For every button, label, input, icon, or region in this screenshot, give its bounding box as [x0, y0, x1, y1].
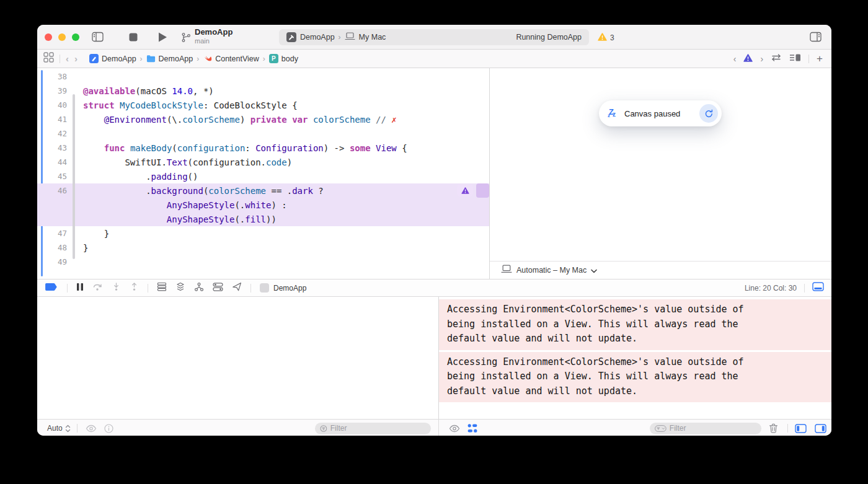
chevron-down-icon [591, 265, 597, 276]
runtime-issue-item[interactable]: Accessing Environment<ColorScheme>'s val… [439, 299, 831, 350]
issues-eye-icon[interactable] [449, 420, 460, 436]
laptop-icon [501, 265, 512, 276]
next-issue-icon[interactable]: › [760, 54, 763, 64]
toggle-debug-area-icon[interactable] [812, 282, 824, 294]
preview-canvas: Zzz Canvas paused Automatic – My Mac [490, 68, 831, 279]
breadcrumb-item-demoapp[interactable]: DemoApp [146, 54, 193, 63]
console-filter-input[interactable] [330, 424, 426, 433]
related-items-grid-icon[interactable] [43, 52, 54, 65]
swap-editor-icon[interactable] [771, 53, 782, 64]
zoom-window-button[interactable] [72, 33, 79, 41]
breadcrumb-separator: › [263, 55, 265, 63]
code-line[interactable]: 45 .padding() [37, 169, 489, 183]
code-line[interactable]: 40struct MyCodeBlockStyle: CodeBlockStyl… [37, 98, 489, 112]
breadcrumb-item-contentview[interactable]: ContentView [203, 54, 259, 63]
editor-options-icon[interactable] [789, 53, 801, 64]
property-icon: P [269, 54, 278, 63]
code-line[interactable]: AnyShapeStyle(.white) : [37, 198, 489, 212]
code-line[interactable]: 46 .background(colorScheme == .dark ? [37, 183, 489, 198]
stop-button[interactable] [129, 33, 138, 44]
toggle-left-pane-icon[interactable] [795, 420, 807, 436]
run-button[interactable] [157, 32, 167, 45]
source-editor[interactable]: 3839@available(macOS 14.0, *)40struct My… [37, 68, 489, 279]
simulate-location-icon[interactable] [194, 282, 204, 294]
debug-process-selector[interactable]: DemoApp [260, 283, 306, 293]
divider [67, 284, 68, 293]
code-line[interactable]: 44 SwiftUI.Text(configuration.code) [37, 155, 489, 169]
code-line[interactable]: 47 } [37, 226, 489, 240]
breadcrumb-item-demoapp[interactable]: DemoApp [89, 54, 136, 63]
step-into-icon[interactable] [112, 282, 121, 294]
jump-bar: ‹ › DemoApp›DemoApp›ContentView›Pbody ‹ … [37, 50, 831, 68]
issues-filter-input[interactable] [670, 424, 756, 433]
debug-area: Accessing Environment<ColorScheme>'s val… [37, 297, 831, 419]
activity-status-bar[interactable]: DemoApp › My Mac Running DemoApp [279, 29, 589, 45]
line-number[interactable]: 46 [37, 183, 67, 198]
line-number[interactable]: 42 [37, 126, 67, 141]
toggle-inspector-sidebar-icon[interactable] [810, 32, 822, 45]
code-line[interactable]: 39@available(macOS 14.0, *) [37, 84, 489, 98]
console-output-mode-dropdown[interactable]: Auto [47, 420, 71, 436]
runtime-issue-icon[interactable] [743, 53, 753, 64]
line-number[interactable]: 43 [37, 141, 67, 155]
line-number[interactable]: 48 [37, 240, 67, 255]
breadcrumb-item-body[interactable]: Pbody [269, 54, 298, 63]
location-arrow-icon[interactable] [232, 282, 242, 294]
code-line[interactable]: 41 @Environment(\.colorScheme) private v… [37, 112, 489, 126]
line-number[interactable]: 41 [37, 112, 67, 126]
scheme-selector[interactable]: DemoApp main [195, 28, 232, 45]
code-line[interactable]: 49 [37, 255, 489, 269]
status-project-label: DemoApp [300, 33, 335, 42]
console-pane[interactable] [37, 297, 438, 419]
navigate-forward-icon[interactable]: › [74, 53, 78, 64]
runtime-issue-item[interactable]: Accessing Environment<ColorScheme>'s val… [439, 352, 831, 403]
previous-issue-icon[interactable]: ‹ [733, 54, 737, 64]
line-number[interactable]: 47 [37, 226, 67, 240]
laptop-icon [345, 32, 355, 43]
debug-bar: DemoApp Line: 20 Col: 30 [37, 279, 831, 297]
line-number[interactable]: 45 [37, 169, 67, 183]
code-lines: 3839@available(macOS 14.0, *)40struct My… [37, 69, 489, 269]
add-editor-icon[interactable]: + [817, 53, 823, 65]
toggle-right-pane-icon[interactable] [815, 420, 826, 436]
view-hierarchy-icon[interactable] [157, 282, 167, 294]
memory-graph-icon[interactable] [175, 282, 185, 294]
resume-canvas-button[interactable] [699, 104, 718, 123]
line-number[interactable]: 44 [37, 155, 67, 169]
navigate-back-icon[interactable]: ‹ [66, 53, 69, 64]
code-line[interactable]: 48} [37, 240, 489, 255]
pause-execution-icon[interactable] [76, 283, 84, 294]
code-line[interactable]: 43 func makeBody(configuration: Configur… [37, 141, 489, 155]
divider [808, 55, 809, 63]
breadcrumb-separator: › [140, 55, 143, 63]
step-out-icon[interactable] [130, 282, 139, 294]
console-filter-field[interactable] [315, 423, 431, 434]
line-number[interactable]: 38 [37, 69, 67, 84]
close-window-button[interactable] [45, 33, 52, 41]
toggle-navigator-sidebar-icon[interactable] [92, 32, 104, 45]
breadcrumb: DemoApp›DemoApp›ContentView›Pbody [89, 50, 298, 68]
bottom-bar: Auto [37, 419, 831, 436]
main-content: 3839@available(macOS 14.0, *)40struct My… [37, 68, 831, 279]
line-number[interactable]: 40 [37, 98, 67, 112]
breakpoints-toggle-icon[interactable] [45, 282, 58, 294]
line-number[interactable]: 39 [37, 84, 67, 98]
clear-issues-trash-icon[interactable] [769, 420, 778, 436]
issues-type-filter-icon[interactable] [467, 420, 477, 436]
warning-count-badge[interactable]: 3 [598, 33, 614, 43]
app-icon [260, 283, 269, 293]
minimize-window-button[interactable] [58, 33, 66, 41]
warning-count: 3 [610, 33, 614, 42]
runtime-warning-badge[interactable] [457, 184, 473, 196]
step-over-icon[interactable] [92, 282, 103, 294]
console-info-icon[interactable] [104, 420, 113, 436]
code-line[interactable]: 42 [37, 126, 489, 141]
line-number[interactable]: 49 [37, 255, 67, 269]
canvas-device-bar[interactable]: Automatic – My Mac [490, 261, 831, 279]
code-line[interactable]: AnyShapeStyle(.fill)) [37, 212, 489, 226]
issues-filter-field[interactable] [650, 423, 761, 434]
runtime-warning-strip [476, 183, 489, 198]
environment-overrides-icon[interactable] [213, 282, 223, 294]
console-eye-icon[interactable] [86, 420, 97, 436]
code-line[interactable]: 38 [37, 69, 489, 84]
